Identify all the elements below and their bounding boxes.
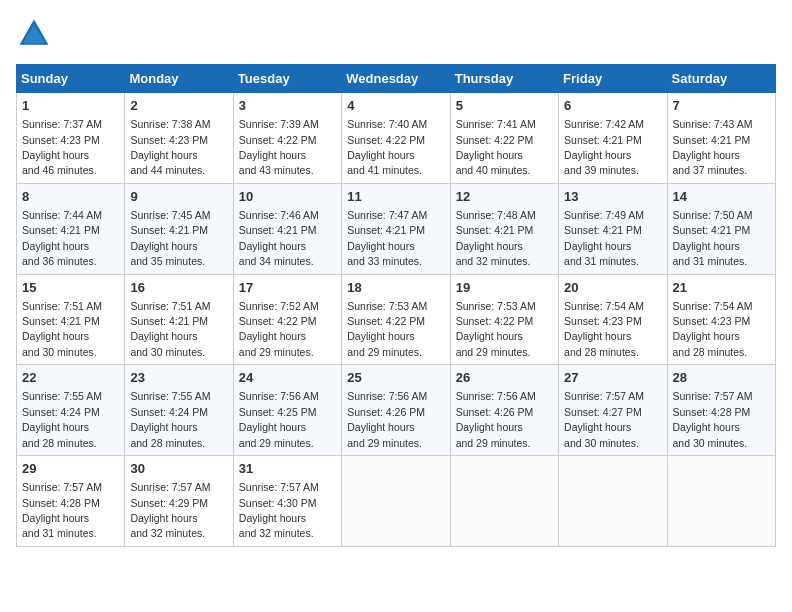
calendar-cell: 17 Sunrise: 7:52 AMSunset: 4:22 PMDaylig… [233, 274, 341, 365]
calendar-cell [667, 456, 775, 547]
day-number: 28 [673, 369, 770, 387]
weekday-header-monday: Monday [125, 65, 233, 93]
calendar-cell: 1 Sunrise: 7:37 AMSunset: 4:23 PMDayligh… [17, 93, 125, 184]
calendar-cell: 29 Sunrise: 7:57 AMSunset: 4:28 PMDaylig… [17, 456, 125, 547]
weekday-header-tuesday: Tuesday [233, 65, 341, 93]
calendar-cell: 15 Sunrise: 7:51 AMSunset: 4:21 PMDaylig… [17, 274, 125, 365]
day-info: Sunrise: 7:46 AMSunset: 4:21 PMDaylight … [239, 209, 319, 267]
calendar-cell: 14 Sunrise: 7:50 AMSunset: 4:21 PMDaylig… [667, 183, 775, 274]
calendar-cell: 24 Sunrise: 7:56 AMSunset: 4:25 PMDaylig… [233, 365, 341, 456]
calendar-cell: 6 Sunrise: 7:42 AMSunset: 4:21 PMDayligh… [559, 93, 667, 184]
week-row-3: 15 Sunrise: 7:51 AMSunset: 4:21 PMDaylig… [17, 274, 776, 365]
calendar-cell: 28 Sunrise: 7:57 AMSunset: 4:28 PMDaylig… [667, 365, 775, 456]
calendar-cell: 19 Sunrise: 7:53 AMSunset: 4:22 PMDaylig… [450, 274, 558, 365]
day-number: 20 [564, 279, 661, 297]
day-info: Sunrise: 7:53 AMSunset: 4:22 PMDaylight … [347, 300, 427, 358]
calendar-cell: 11 Sunrise: 7:47 AMSunset: 4:21 PMDaylig… [342, 183, 450, 274]
calendar-cell: 21 Sunrise: 7:54 AMSunset: 4:23 PMDaylig… [667, 274, 775, 365]
calendar-cell [450, 456, 558, 547]
day-info: Sunrise: 7:57 AMSunset: 4:27 PMDaylight … [564, 390, 644, 448]
day-number: 9 [130, 188, 227, 206]
calendar-cell: 26 Sunrise: 7:56 AMSunset: 4:26 PMDaylig… [450, 365, 558, 456]
day-number: 17 [239, 279, 336, 297]
day-number: 3 [239, 97, 336, 115]
day-number: 10 [239, 188, 336, 206]
calendar-cell: 16 Sunrise: 7:51 AMSunset: 4:21 PMDaylig… [125, 274, 233, 365]
day-number: 13 [564, 188, 661, 206]
logo [16, 16, 58, 52]
calendar-cell: 4 Sunrise: 7:40 AMSunset: 4:22 PMDayligh… [342, 93, 450, 184]
day-info: Sunrise: 7:55 AMSunset: 4:24 PMDaylight … [22, 390, 102, 448]
day-info: Sunrise: 7:52 AMSunset: 4:22 PMDaylight … [239, 300, 319, 358]
week-row-2: 8 Sunrise: 7:44 AMSunset: 4:21 PMDayligh… [17, 183, 776, 274]
calendar-cell: 23 Sunrise: 7:55 AMSunset: 4:24 PMDaylig… [125, 365, 233, 456]
week-row-4: 22 Sunrise: 7:55 AMSunset: 4:24 PMDaylig… [17, 365, 776, 456]
day-number: 21 [673, 279, 770, 297]
day-info: Sunrise: 7:57 AMSunset: 4:28 PMDaylight … [673, 390, 753, 448]
day-number: 8 [22, 188, 119, 206]
day-number: 7 [673, 97, 770, 115]
calendar-cell: 22 Sunrise: 7:55 AMSunset: 4:24 PMDaylig… [17, 365, 125, 456]
day-info: Sunrise: 7:56 AMSunset: 4:25 PMDaylight … [239, 390, 319, 448]
day-info: Sunrise: 7:56 AMSunset: 4:26 PMDaylight … [456, 390, 536, 448]
day-number: 18 [347, 279, 444, 297]
day-number: 12 [456, 188, 553, 206]
day-number: 27 [564, 369, 661, 387]
day-info: Sunrise: 7:53 AMSunset: 4:22 PMDaylight … [456, 300, 536, 358]
calendar-cell [559, 456, 667, 547]
day-number: 24 [239, 369, 336, 387]
day-info: Sunrise: 7:39 AMSunset: 4:22 PMDaylight … [239, 118, 319, 176]
weekday-header-saturday: Saturday [667, 65, 775, 93]
day-info: Sunrise: 7:43 AMSunset: 4:21 PMDaylight … [673, 118, 753, 176]
calendar-cell: 10 Sunrise: 7:46 AMSunset: 4:21 PMDaylig… [233, 183, 341, 274]
day-number: 25 [347, 369, 444, 387]
day-info: Sunrise: 7:57 AMSunset: 4:30 PMDaylight … [239, 481, 319, 539]
day-number: 14 [673, 188, 770, 206]
day-info: Sunrise: 7:51 AMSunset: 4:21 PMDaylight … [130, 300, 210, 358]
day-number: 31 [239, 460, 336, 478]
week-row-1: 1 Sunrise: 7:37 AMSunset: 4:23 PMDayligh… [17, 93, 776, 184]
day-info: Sunrise: 7:42 AMSunset: 4:21 PMDaylight … [564, 118, 644, 176]
day-info: Sunrise: 7:37 AMSunset: 4:23 PMDaylight … [22, 118, 102, 176]
day-info: Sunrise: 7:38 AMSunset: 4:23 PMDaylight … [130, 118, 210, 176]
day-info: Sunrise: 7:51 AMSunset: 4:21 PMDaylight … [22, 300, 102, 358]
day-info: Sunrise: 7:54 AMSunset: 4:23 PMDaylight … [564, 300, 644, 358]
calendar-cell: 7 Sunrise: 7:43 AMSunset: 4:21 PMDayligh… [667, 93, 775, 184]
day-number: 15 [22, 279, 119, 297]
day-info: Sunrise: 7:48 AMSunset: 4:21 PMDaylight … [456, 209, 536, 267]
calendar-cell: 2 Sunrise: 7:38 AMSunset: 4:23 PMDayligh… [125, 93, 233, 184]
day-number: 26 [456, 369, 553, 387]
calendar-cell: 9 Sunrise: 7:45 AMSunset: 4:21 PMDayligh… [125, 183, 233, 274]
day-number: 23 [130, 369, 227, 387]
day-info: Sunrise: 7:56 AMSunset: 4:26 PMDaylight … [347, 390, 427, 448]
logo-icon [16, 16, 52, 52]
calendar-table: SundayMondayTuesdayWednesdayThursdayFrid… [16, 64, 776, 547]
day-info: Sunrise: 7:40 AMSunset: 4:22 PMDaylight … [347, 118, 427, 176]
calendar-cell: 27 Sunrise: 7:57 AMSunset: 4:27 PMDaylig… [559, 365, 667, 456]
day-number: 22 [22, 369, 119, 387]
calendar-cell: 25 Sunrise: 7:56 AMSunset: 4:26 PMDaylig… [342, 365, 450, 456]
day-info: Sunrise: 7:45 AMSunset: 4:21 PMDaylight … [130, 209, 210, 267]
calendar-cell: 12 Sunrise: 7:48 AMSunset: 4:21 PMDaylig… [450, 183, 558, 274]
day-info: Sunrise: 7:57 AMSunset: 4:28 PMDaylight … [22, 481, 102, 539]
day-number: 11 [347, 188, 444, 206]
calendar-cell: 13 Sunrise: 7:49 AMSunset: 4:21 PMDaylig… [559, 183, 667, 274]
day-number: 29 [22, 460, 119, 478]
weekday-header-sunday: Sunday [17, 65, 125, 93]
calendar-cell: 8 Sunrise: 7:44 AMSunset: 4:21 PMDayligh… [17, 183, 125, 274]
weekday-header-friday: Friday [559, 65, 667, 93]
day-info: Sunrise: 7:55 AMSunset: 4:24 PMDaylight … [130, 390, 210, 448]
calendar-cell: 30 Sunrise: 7:57 AMSunset: 4:29 PMDaylig… [125, 456, 233, 547]
weekday-header-thursday: Thursday [450, 65, 558, 93]
calendar-cell: 3 Sunrise: 7:39 AMSunset: 4:22 PMDayligh… [233, 93, 341, 184]
day-number: 2 [130, 97, 227, 115]
day-number: 30 [130, 460, 227, 478]
day-info: Sunrise: 7:54 AMSunset: 4:23 PMDaylight … [673, 300, 753, 358]
day-number: 6 [564, 97, 661, 115]
calendar-cell: 20 Sunrise: 7:54 AMSunset: 4:23 PMDaylig… [559, 274, 667, 365]
weekday-header-wednesday: Wednesday [342, 65, 450, 93]
day-info: Sunrise: 7:57 AMSunset: 4:29 PMDaylight … [130, 481, 210, 539]
week-row-5: 29 Sunrise: 7:57 AMSunset: 4:28 PMDaylig… [17, 456, 776, 547]
calendar-cell: 31 Sunrise: 7:57 AMSunset: 4:30 PMDaylig… [233, 456, 341, 547]
calendar-cell: 5 Sunrise: 7:41 AMSunset: 4:22 PMDayligh… [450, 93, 558, 184]
